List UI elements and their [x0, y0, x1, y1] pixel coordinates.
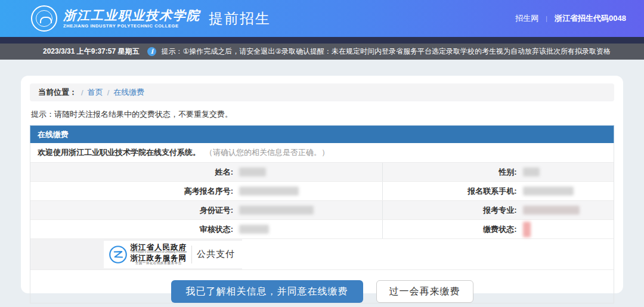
header-links: 招生网 | 浙江省招生代码0048 [515, 13, 626, 24]
table-row: 高考报名序号: 报名联系手机: [30, 182, 614, 201]
field-label-phone: 报名联系手机: [383, 186, 517, 197]
app-header: 浙江工业职业技术学院 ZHEJIANG INDUSTRY POLYTECHNIC… [0, 0, 644, 37]
info-icon: i [147, 47, 156, 56]
content-card: 当前位置： / 首页 / 在线缴费 提示：请随时关注报名结果中的交费状态，不要重… [21, 76, 623, 293]
public-payment-label: 公共支付 [197, 249, 237, 260]
welcome-text: 欢迎使用浙江工业职业技术学院在线支付系统。 [38, 147, 200, 158]
college-name-en: ZHEJIANG INDUSTRY POLYTECHNIC COLLEGE [63, 23, 200, 29]
admission-code-text: 浙江省招生代码0048 [555, 13, 626, 24]
redacted-value-payment-status [523, 222, 531, 237]
payment-info-table: 欢迎使用浙江工业职业技术学院在线支付系统。 （请确认您的相关信息是否正确。） 姓… [30, 143, 614, 303]
table-row: 姓名: 性别: [30, 163, 614, 182]
breadcrumb-separator: / [107, 88, 110, 97]
payment-provider-row: 浙江省人民政府 The People's Government of Zheji… [30, 239, 614, 270]
brand: 浙江工业职业技术学院 ZHEJIANG INDUSTRY POLYTECHNIC… [31, 5, 271, 32]
admissions-site-link[interactable]: 招生网 [515, 13, 538, 24]
breadcrumb: 当前位置： / 首页 / 在线缴费 [30, 83, 614, 101]
agree-pay-button[interactable]: 我已了解相关信息，并同意在线缴费 [171, 280, 363, 303]
breadcrumb-separator: / [81, 88, 83, 97]
field-label-gender: 性别: [383, 167, 517, 178]
logo-divider [191, 246, 192, 263]
college-logo-icon [31, 5, 57, 32]
field-label-payment-status: 缴费状态: [383, 224, 517, 235]
redacted-value-major [523, 206, 580, 215]
main-content: 当前位置： / 首页 / 在线缴费 提示：请随时关注报名结果中的交费状态，不要重… [0, 60, 644, 293]
breadcrumb-label: 当前位置： [38, 87, 77, 98]
redacted-value-exam-number [239, 187, 299, 196]
pay-later-button[interactable]: 过一会再来缴费 [376, 280, 473, 303]
action-button-row: 我已了解相关信息，并同意在线缴费 过一会再来缴费 [30, 270, 614, 303]
field-label-major: 报考专业: [383, 205, 517, 216]
table-row: 身份证号: 报考专业: [30, 201, 614, 220]
public-payment-logo: 浙江省人民政府 The People's Government of Zheji… [104, 241, 243, 268]
welcome-row: 欢迎使用浙江工业职业技术学院在线支付系统。 （请确认您的相关信息是否正确。） [30, 143, 614, 163]
datetime-text: 2023/3/31 上午9:37:57 星期五 [43, 46, 139, 57]
header-link-divider: | [546, 15, 547, 22]
welcome-note: （请确认您的相关信息是否正确。） [205, 147, 329, 158]
redacted-value-audit-status [239, 225, 269, 234]
field-label-audit-status: 审核状态: [30, 224, 233, 235]
payment-warning-text: 提示：请随时关注报名结果中的交费状态，不要重复交费。 [31, 109, 614, 120]
redacted-value-name [239, 168, 266, 176]
redacted-value-gender [523, 168, 540, 176]
field-label-exam-number: 高考报名序号: [30, 186, 233, 197]
field-label-name: 姓名: [30, 167, 233, 178]
breadcrumb-home-link[interactable]: 首页 [88, 87, 103, 98]
system-notice-bar: 2023/3/31 上午9:37:57 星期五 i 提示：①操作完成之后，请安全… [0, 37, 644, 60]
breadcrumb-current-link[interactable]: 在线缴费 [113, 87, 144, 98]
notice-tip-text: 提示：①操作完成之后，请安全退出②录取确认提醒：未在规定时间内登录省服务平台选定… [161, 46, 611, 57]
zhejiang-gov-icon [109, 245, 128, 264]
field-label-id-number: 身份证号: [30, 205, 233, 216]
table-row: 审核状态: 缴费状态: [30, 220, 614, 239]
panel-title: 在线缴费 [30, 125, 614, 143]
redacted-value-id-number [239, 206, 314, 215]
college-name: 浙江工业职业技术学院 [63, 8, 200, 22]
page-title: 提前招生 [209, 9, 271, 28]
portal-subtitle: 全国一体化在线政务服务平台 [131, 262, 187, 265]
redacted-value-phone [523, 187, 574, 196]
